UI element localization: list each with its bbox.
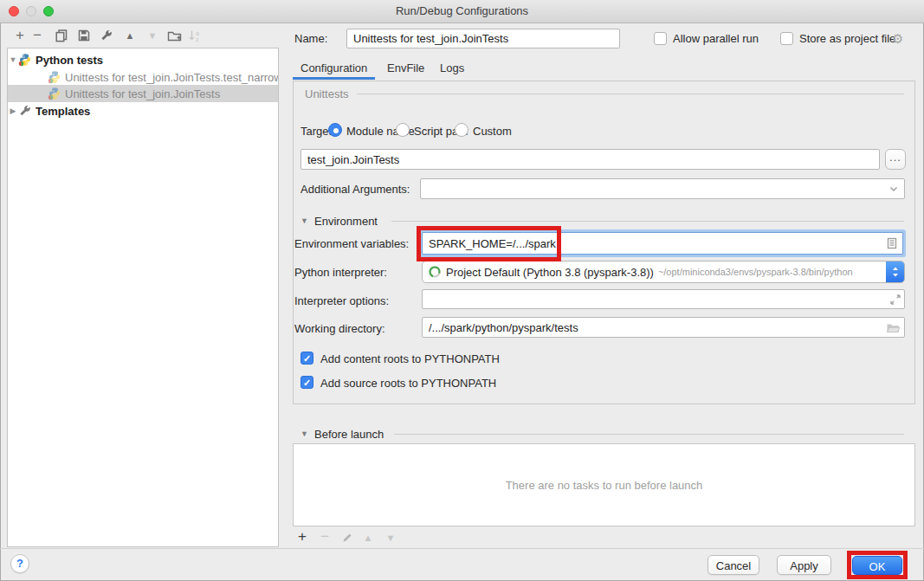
plus-icon: + [16, 28, 24, 43]
minus-icon: − [33, 28, 42, 43]
down-arrow-icon: ▼ [386, 530, 396, 545]
group-divider [357, 94, 904, 94]
footer-divider [0, 548, 924, 549]
move-down-button[interactable]: ▼ [145, 28, 160, 43]
help-button[interactable]: ? [10, 554, 29, 573]
tree-item-python-tests[interactable]: ▼ Python tests [8, 51, 278, 68]
templates-wrench-icon [18, 104, 32, 118]
move-task-up-button[interactable]: ▲ [360, 530, 376, 545]
section-divider [394, 434, 904, 435]
wrench-icon [100, 29, 113, 42]
browse-folder-icon[interactable] [886, 321, 901, 334]
cancel-button[interactable]: Cancel [708, 555, 759, 575]
ok-button[interactable]: OK [852, 556, 902, 575]
working-directory-label: Working directory: [294, 322, 385, 335]
environment-variables-input[interactable] [422, 232, 903, 255]
tree-item-label: Unittests for test_join.JoinTests [65, 87, 220, 100]
python-interpreter-select[interactable]: Project Default (Python 3.8 (pyspark-3.8… [422, 261, 905, 283]
interpreter-options-label: Interpreter options: [294, 294, 389, 307]
section-divider [391, 221, 904, 222]
before-launch-title[interactable]: Before launch [314, 428, 384, 441]
edit-templates-button[interactable] [99, 28, 114, 43]
radio-custom-label[interactable]: Custom [473, 125, 512, 138]
apply-button[interactable]: Apply [777, 555, 831, 575]
add-task-button[interactable]: + [294, 529, 310, 545]
allow-parallel-run-label: Allow parallel run [673, 32, 759, 45]
name-label: Name: [294, 32, 327, 45]
svg-text:z: z [196, 36, 199, 42]
combo-arrows-button[interactable] [886, 261, 904, 282]
check-icon: ✓ [303, 378, 311, 388]
window-title: Run/Debug Configurations [0, 0, 924, 23]
remove-configuration-button[interactable]: − [29, 28, 45, 43]
question-mark-icon: ? [16, 557, 23, 570]
down-arrow-icon: ▼ [148, 28, 158, 43]
add-content-roots-checkbox[interactable]: ✓ [300, 352, 313, 365]
tree-item-templates[interactable]: ▶ Templates [8, 102, 278, 119]
target-input[interactable] [300, 149, 880, 170]
combo-up-down-icon [891, 265, 900, 279]
copy-configuration-button[interactable] [54, 28, 69, 43]
chevron-down-icon[interactable]: ▼ [8, 55, 18, 64]
configurations-tree: ▼ Python tests Unittests for test_join.J… [7, 48, 279, 547]
save-icon [77, 29, 91, 42]
working-directory-input[interactable] [422, 317, 905, 338]
add-source-roots-checkbox[interactable]: ✓ [300, 376, 313, 389]
additional-arguments-input[interactable] [420, 178, 905, 199]
python-interpreter-label: Python interpreter: [294, 266, 387, 279]
additional-arguments-label: Additional Arguments: [300, 183, 410, 196]
pencil-icon [341, 532, 353, 544]
move-up-button[interactable]: ▲ [122, 28, 138, 43]
remove-task-button[interactable]: − [317, 529, 333, 545]
browse-environment-variables-icon[interactable] [885, 236, 899, 250]
tree-item-label: Python tests [36, 54, 103, 67]
allow-parallel-run-checkbox[interactable] [654, 32, 667, 45]
run-debug-configurations-dialog: { "window": { "title": "Run/Debug Config… [0, 0, 924, 581]
python-interpreter-path: ~/opt/miniconda3/envs/pyspark-3.8/bin/py… [658, 267, 853, 277]
radio-module-name[interactable] [328, 123, 342, 137]
radio-custom[interactable] [455, 123, 468, 137]
before-launch-section-arrow-icon[interactable]: ▼ [300, 429, 308, 438]
interpreter-options-input[interactable] [422, 289, 905, 309]
new-folder-icon [167, 29, 182, 42]
tab-configuration[interactable]: Configuration [300, 61, 367, 74]
gear-icon[interactable]: ⚙ [892, 31, 903, 47]
name-input[interactable] [346, 29, 620, 48]
save-configuration-button[interactable] [76, 28, 92, 43]
python-test-config-icon [48, 70, 61, 84]
before-launch-task-list: There are no tasks to run before launch [293, 443, 915, 526]
add-content-roots-label[interactable]: Add content roots to PYTHONPATH [320, 352, 500, 365]
expand-arguments-chevron-icon[interactable] [888, 184, 899, 194]
tree-item-label: Unittests for test_join.JoinTests.test_n… [65, 71, 278, 84]
plus-icon: + [298, 529, 307, 545]
python-test-config-icon [48, 87, 61, 100]
tree-item-jointests-selected[interactable]: Unittests for test_join.JoinTests [8, 85, 278, 102]
store-as-project-file-label: Store as project file [799, 32, 895, 45]
add-source-roots-label[interactable]: Add source roots to PYTHONPATH [320, 377, 496, 390]
tab-envfile[interactable]: EnvFile [387, 61, 424, 74]
edit-task-button[interactable] [339, 530, 355, 545]
title-bar: Run/Debug Configurations [0, 0, 924, 23]
store-as-project-file-checkbox[interactable] [780, 32, 793, 45]
chevron-right-icon[interactable]: ▶ [8, 107, 18, 115]
tree-item-test-narrow[interactable]: Unittests for test_join.JoinTests.test_n… [8, 68, 278, 86]
radio-script-path[interactable] [396, 123, 410, 137]
tab-logs[interactable]: Logs [440, 61, 464, 74]
up-arrow-icon: ▲ [364, 530, 373, 545]
sort-configurations-button[interactable]: az [187, 28, 203, 43]
move-task-down-button[interactable]: ▼ [383, 530, 398, 545]
create-folder-button[interactable] [166, 28, 182, 43]
unittests-group-title: Unittests [305, 87, 349, 100]
browse-target-button[interactable]: ... [885, 149, 906, 170]
tree-item-label: Templates [36, 105, 90, 118]
python-tests-icon [18, 53, 32, 67]
sort-az-icon: az [188, 29, 202, 42]
environment-variables-label: Environment variables: [294, 237, 409, 250]
svg-text:a: a [196, 30, 199, 36]
expand-field-icon[interactable] [888, 293, 902, 307]
conda-environment-icon [428, 265, 442, 279]
environment-section-title[interactable]: Environment [314, 215, 378, 228]
up-arrow-icon: ▲ [126, 28, 135, 43]
environment-section-arrow-icon[interactable]: ▼ [300, 216, 308, 225]
add-configuration-button[interactable]: + [12, 28, 28, 43]
